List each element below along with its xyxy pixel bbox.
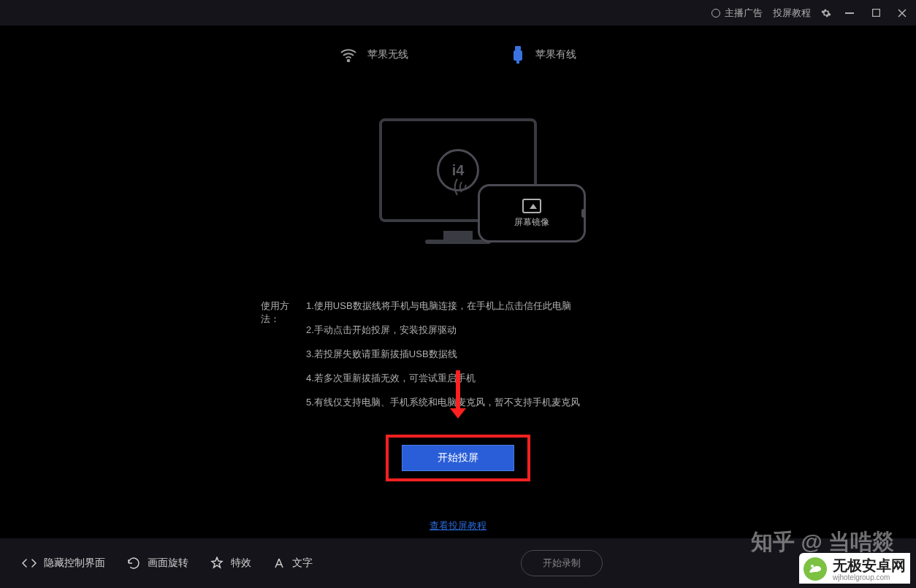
phone-graphic: 屏幕镜像 bbox=[478, 184, 586, 243]
minimize-button[interactable] bbox=[841, 5, 858, 21]
effects-label: 特效 bbox=[231, 557, 251, 570]
text-label: 文字 bbox=[292, 557, 313, 570]
tab-wired-label: 苹果有线 bbox=[535, 48, 576, 61]
tab-wireless-label: 苹果无线 bbox=[367, 48, 408, 61]
svg-rect-5 bbox=[516, 61, 519, 64]
annotation-highlight-box: 开始投屏 bbox=[386, 435, 530, 481]
rotate-label: 画面旋转 bbox=[148, 557, 188, 570]
titlebar: 主播广告 投屏教程 bbox=[0, 0, 916, 26]
svg-rect-0 bbox=[845, 12, 854, 14]
circle-icon bbox=[711, 9, 720, 18]
instruction-step: 3.若投屏失败请重新拔插USB数据线 bbox=[306, 348, 580, 361]
effects-button[interactable]: 特效 bbox=[210, 557, 251, 570]
annotation-arrow bbox=[456, 370, 460, 414]
annotation-arrow-head bbox=[450, 408, 466, 419]
rotate-icon bbox=[127, 557, 140, 570]
signal-waves-icon bbox=[453, 173, 481, 201]
broadcast-ad-label: 主播广告 bbox=[725, 7, 763, 20]
svg-rect-1 bbox=[872, 9, 879, 17]
instruction-step: 2.手动点击开始投屏，安装投屏驱动 bbox=[306, 324, 580, 337]
hide-ui-button[interactable]: 隐藏控制界面 bbox=[22, 557, 105, 570]
view-tutorial-link[interactable]: 查看投屏教程 bbox=[430, 519, 486, 532]
start-record-button[interactable]: 开始录制 bbox=[521, 550, 603, 576]
illustration: i4 屏幕镜像 bbox=[0, 118, 916, 250]
screen-mirror-label: 屏幕镜像 bbox=[514, 216, 549, 229]
main-area: 苹果无线 苹果有线 i4 屏幕镜像 使用方法： bbox=[0, 26, 916, 538]
effects-icon bbox=[210, 557, 224, 570]
tab-wired[interactable]: 苹果有线 bbox=[511, 46, 576, 64]
usb-icon bbox=[511, 46, 525, 64]
tab-wireless[interactable]: 苹果无线 bbox=[340, 46, 408, 64]
site-logo-icon bbox=[802, 556, 828, 582]
hide-icon bbox=[22, 558, 37, 568]
text-button[interactable]: 文字 bbox=[273, 557, 313, 570]
instruction-step: 5.有线仅支持电脑、手机系统和电脑麦克风，暂不支持手机麦克风 bbox=[306, 396, 580, 409]
settings-icon[interactable] bbox=[821, 8, 831, 18]
svg-point-7 bbox=[811, 565, 814, 568]
maximize-button[interactable] bbox=[868, 5, 884, 21]
svg-rect-4 bbox=[514, 50, 522, 61]
connection-tabs: 苹果无线 苹果有线 bbox=[0, 26, 916, 64]
svg-rect-3 bbox=[515, 46, 521, 50]
instruction-step: 4.若多次重新拔插无效，可尝试重启手机 bbox=[306, 372, 580, 385]
site-name: 无极安卓网 bbox=[833, 557, 906, 573]
broadcast-ad-link[interactable]: 主播广告 bbox=[711, 7, 763, 20]
svg-point-2 bbox=[348, 60, 350, 62]
instructions-label: 使用方法： bbox=[261, 299, 306, 409]
text-icon bbox=[273, 557, 285, 569]
wifi-icon bbox=[340, 47, 357, 62]
screen-mirror-icon bbox=[522, 199, 541, 213]
rotate-button[interactable]: 画面旋转 bbox=[127, 557, 188, 570]
close-button[interactable] bbox=[894, 5, 910, 21]
instruction-step: 1.使用USB数据线将手机与电脑连接，在手机上点击信任此电脑 bbox=[306, 299, 580, 313]
start-cast-button[interactable]: 开始投屏 bbox=[402, 445, 514, 471]
site-url: wjhotelgroup.com bbox=[833, 573, 906, 581]
zhihu-logo: 知乎 bbox=[751, 527, 795, 557]
site-watermark: 无极安卓网 wjhotelgroup.com bbox=[799, 553, 910, 584]
hide-ui-label: 隐藏控制界面 bbox=[44, 557, 105, 570]
tutorial-link[interactable]: 投屏教程 bbox=[773, 7, 811, 20]
